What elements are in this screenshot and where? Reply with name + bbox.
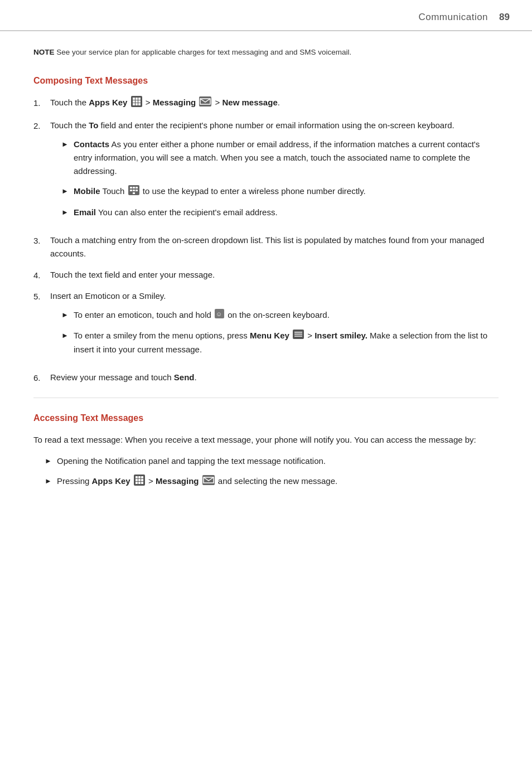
svg-rect-34 bbox=[138, 482, 141, 484]
svg-rect-32 bbox=[141, 479, 143, 481]
svg-rect-31 bbox=[138, 479, 141, 481]
sub-text-email: Email You can also enter the recipient's… bbox=[74, 206, 278, 219]
step-2-text: Touch the To field and enter the recipie… bbox=[50, 119, 499, 226]
email-term: Email bbox=[74, 207, 96, 217]
svg-rect-6 bbox=[138, 100, 141, 103]
step-6: 6. Review your message and touch Send. bbox=[33, 371, 499, 384]
step-4-text: Touch the text field and enter your mess… bbox=[50, 268, 499, 282]
send-label: Send bbox=[174, 372, 195, 382]
sub-text-smiley: To enter a smiley from the menu options,… bbox=[74, 329, 499, 356]
step-4: 4. Touch the text field and enter your m… bbox=[33, 268, 499, 282]
svg-rect-9 bbox=[138, 103, 141, 105]
svg-rect-3 bbox=[138, 98, 141, 100]
accessing-section-heading: Accessing Text Messages bbox=[33, 411, 499, 425]
messaging-icon-step1 bbox=[199, 96, 211, 110]
svg-rect-14 bbox=[133, 187, 135, 188]
accessing-item-notification: ► Opening the Notification panel and tap… bbox=[33, 454, 499, 468]
sub-text-emoticon: To enter an emoticon, touch and hold ☺ o… bbox=[74, 308, 330, 322]
step-1-text: Touch the Apps Key bbox=[50, 96, 499, 111]
sub-item-contacts: ► Contacts As you enter either a phone n… bbox=[50, 138, 499, 178]
step-2: 2. Touch the To field and enter the reci… bbox=[33, 119, 499, 226]
contacts-term: Contacts bbox=[74, 139, 109, 149]
svg-rect-2 bbox=[136, 98, 138, 100]
new-message-label: New message bbox=[223, 98, 278, 108]
to-field-label: To bbox=[89, 120, 98, 130]
svg-rect-5 bbox=[136, 100, 138, 103]
main-content: NOTE See your service plan for applicabl… bbox=[0, 31, 532, 519]
svg-rect-24 bbox=[294, 333, 302, 335]
step-3: 3. Touch a matching entry from the on-sc… bbox=[33, 234, 499, 260]
apps-key-label: Apps Key bbox=[89, 98, 127, 108]
sub-text-contacts: Contacts As you enter either a phone num… bbox=[74, 138, 499, 178]
menu-key-icon bbox=[293, 330, 304, 343]
step-3-text: Touch a matching entry from the on-scree… bbox=[50, 234, 499, 260]
messaging-icon-accessing bbox=[202, 475, 215, 489]
note-box: NOTE See your service plan for applicabl… bbox=[33, 47, 499, 59]
apps-key-icon bbox=[131, 96, 142, 111]
step-1: 1. Touch the Apps Key bbox=[33, 96, 499, 111]
sub-arrow-mobile: ► bbox=[61, 186, 70, 197]
sub-item-emoticon: ► To enter an emoticon, touch and hold ☺ bbox=[50, 308, 499, 322]
svg-rect-1 bbox=[133, 98, 135, 100]
svg-rect-19 bbox=[133, 192, 135, 194]
insert-smiley-label: Insert smiley. bbox=[315, 331, 367, 340]
svg-rect-28 bbox=[138, 476, 141, 478]
svg-rect-15 bbox=[136, 187, 138, 188]
accessing-intro-text: To read a text message: When you receive… bbox=[33, 433, 499, 447]
keypad-icon bbox=[128, 185, 139, 199]
svg-rect-25 bbox=[294, 336, 302, 337]
messaging-label-step1: Messaging bbox=[153, 98, 196, 108]
accessing-sublist: ► Opening the Notification panel and tap… bbox=[33, 454, 499, 490]
svg-rect-33 bbox=[136, 482, 138, 484]
svg-rect-29 bbox=[141, 476, 143, 478]
apps-key-label-accessing: Apps Key bbox=[92, 476, 130, 486]
page: Communication 89 NOTE See your service p… bbox=[0, 0, 532, 765]
apps-key-icon-accessing bbox=[134, 475, 145, 490]
step-5-text: Insert an Emoticon or a Smiley. ► To ent… bbox=[50, 289, 499, 363]
svg-rect-4 bbox=[133, 100, 135, 103]
sub-arrow-apps: ► bbox=[45, 476, 54, 487]
note-label: NOTE bbox=[33, 48, 55, 56]
svg-rect-13 bbox=[130, 187, 132, 188]
step-5-number: 5. bbox=[33, 289, 50, 303]
svg-rect-16 bbox=[130, 190, 132, 191]
svg-rect-35 bbox=[141, 482, 143, 484]
sub-arrow-notification: ► bbox=[45, 456, 54, 467]
header-title: Communication bbox=[418, 10, 488, 25]
sub-arrow-contacts: ► bbox=[61, 139, 70, 151]
sub-text-apps-key: Pressing Apps Key bbox=[57, 475, 337, 490]
svg-rect-18 bbox=[136, 190, 138, 191]
page-header: Communication 89 bbox=[0, 0, 532, 31]
svg-rect-8 bbox=[136, 103, 138, 105]
svg-rect-36 bbox=[202, 475, 215, 485]
note-text: See your service plan for applicable cha… bbox=[56, 48, 351, 56]
svg-rect-23 bbox=[294, 332, 302, 333]
sub-text-notification: Opening the Notification panel and tappi… bbox=[57, 454, 326, 468]
step-5-sublist: ► To enter an emoticon, touch and hold ☺ bbox=[50, 308, 499, 356]
emoticon-hold-icon: ☺ bbox=[215, 309, 224, 322]
sub-item-smiley: ► To enter a smiley from the menu option… bbox=[50, 329, 499, 356]
header-page-number: 89 bbox=[499, 10, 510, 25]
sub-text-mobile: Mobile Touch bbox=[74, 185, 366, 199]
step-6-number: 6. bbox=[33, 371, 50, 384]
composing-steps-list: 1. Touch the Apps Key bbox=[33, 96, 499, 384]
step-2-sublist: ► Contacts As you enter either a phone n… bbox=[50, 138, 499, 219]
step-2-number: 2. bbox=[33, 119, 50, 132]
composing-section-heading: Composing Text Messages bbox=[33, 74, 499, 88]
svg-rect-30 bbox=[136, 479, 138, 481]
sub-item-email: ► Email You can also enter the recipient… bbox=[50, 206, 499, 219]
svg-rect-17 bbox=[133, 190, 135, 191]
step-1-number: 1. bbox=[33, 96, 50, 109]
mobile-term: Mobile bbox=[74, 186, 100, 196]
sub-arrow-email: ► bbox=[61, 207, 70, 219]
sub-arrow-emoticon: ► bbox=[61, 309, 70, 321]
svg-rect-27 bbox=[136, 476, 138, 478]
sub-item-mobile: ► Mobile Touch bbox=[50, 185, 499, 199]
messaging-label-accessing: Messaging bbox=[156, 476, 199, 486]
section-divider bbox=[33, 398, 499, 398]
accessing-item-apps: ► Pressing Apps Key bbox=[33, 475, 499, 490]
menu-key-label: Menu Key bbox=[250, 331, 289, 340]
sub-arrow-smiley: ► bbox=[61, 330, 70, 342]
svg-rect-7 bbox=[133, 103, 135, 105]
step-4-number: 4. bbox=[33, 268, 50, 282]
